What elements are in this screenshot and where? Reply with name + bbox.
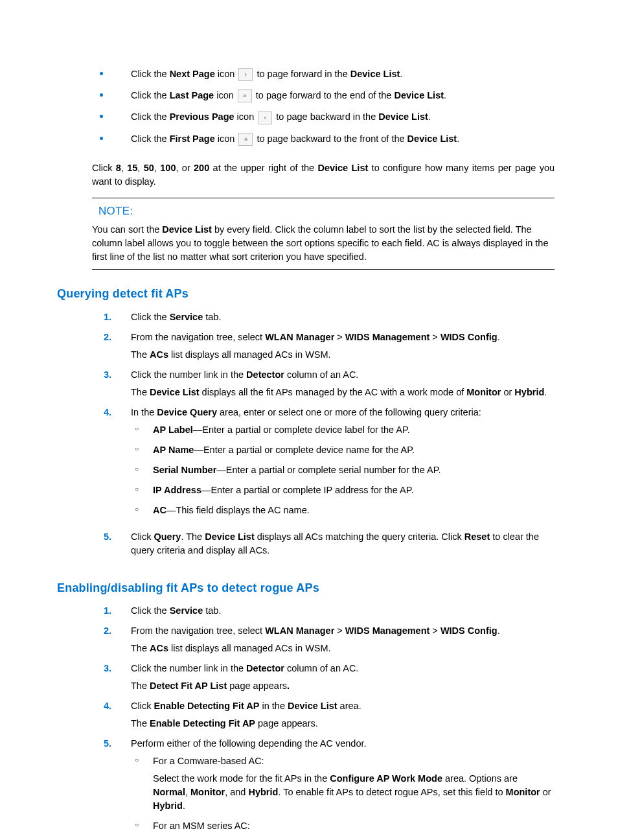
q-step-2-sub: The ACs list displays all managed ACs in… xyxy=(131,348,555,362)
first-page-icon: « xyxy=(238,133,253,146)
note-body: You can sort the Device List by every fi… xyxy=(92,223,555,270)
next-page-icon: › xyxy=(238,68,253,81)
q-step-3: Click the number link in the Detector co… xyxy=(57,368,555,406)
q-step-4-criteria: AP Label—Enter a partial or complete dev… xyxy=(131,423,555,524)
q-step-4: In the Device Query area, enter or selec… xyxy=(57,406,555,530)
heading-querying: Querying detect fit APs xyxy=(57,285,555,302)
e-step-4-sub: The Enable Detecting Fit AP page appears… xyxy=(131,717,555,730)
e-step-5: Perform either of the following dependin… xyxy=(57,737,555,840)
enabling-steps: Click the Service tab. From the navigati… xyxy=(57,604,555,840)
option-msm: For an MSM series AC: xyxy=(131,819,555,839)
note-label: NOTE: xyxy=(98,204,555,220)
bullet-next-page: Click the Next Page icon › to page forwa… xyxy=(57,67,555,89)
option-comware-body: Select the work mode for the fit APs in … xyxy=(153,772,555,813)
q-step-5: Click Query. The Device List displays al… xyxy=(57,530,555,564)
q-step-2: From the navigation tree, select WLAN Ma… xyxy=(57,331,555,368)
criteria-ac: AC—This field displays the AC name. xyxy=(131,504,555,524)
e-step-1: Click the Service tab. xyxy=(57,604,555,624)
option-comware: For a Comware-based AC: Select the work … xyxy=(131,754,555,819)
criteria-ap-label: AP Label—Enter a partial or complete dev… xyxy=(131,423,555,443)
querying-steps: Click the Service tab. From the navigati… xyxy=(57,310,555,564)
bullet-last-page: Click the Last Page icon » to page forwa… xyxy=(57,89,555,110)
last-page-icon: » xyxy=(238,89,252,102)
pagination-icon-bullets: Click the Next Page icon › to page forwa… xyxy=(57,67,555,154)
bullet-first-page: Click the First Page icon « to page back… xyxy=(57,132,555,154)
e-step-2: From the navigation tree, select WLAN Ma… xyxy=(57,624,555,662)
e-step-3: Click the number link in the Detector co… xyxy=(57,662,555,699)
criteria-serial-number: Serial Number—Enter a partial or complet… xyxy=(131,463,555,484)
pager-size-paragraph: Click 8, 15, 50, 100, or 200 at the uppe… xyxy=(92,161,555,189)
note-rule-top xyxy=(92,198,555,198)
e-step-3-sub: The Detect Fit AP List page appears. xyxy=(131,679,555,693)
q-step-1: Click the Service tab. xyxy=(57,310,555,331)
heading-enabling: Enabling/disabling fit APs to detect rog… xyxy=(57,579,555,596)
q-step-3-sub: The Device List displays all the fit APs… xyxy=(131,386,555,399)
e-step-4: Click Enable Detecting Fit AP in the Dev… xyxy=(57,699,555,737)
bullet-previous-page: Click the Previous Page icon ‹ to page b… xyxy=(57,110,555,132)
e-step-5-options: For a Comware-based AC: Select the work … xyxy=(131,754,555,839)
e-step-2-sub: The ACs list displays all managed ACs in… xyxy=(131,642,555,655)
previous-page-icon: ‹ xyxy=(258,111,272,124)
criteria-ip-address: IP Address—Enter a partial or complete I… xyxy=(131,484,555,504)
criteria-ap-name: AP Name—Enter a partial or complete devi… xyxy=(131,443,555,463)
